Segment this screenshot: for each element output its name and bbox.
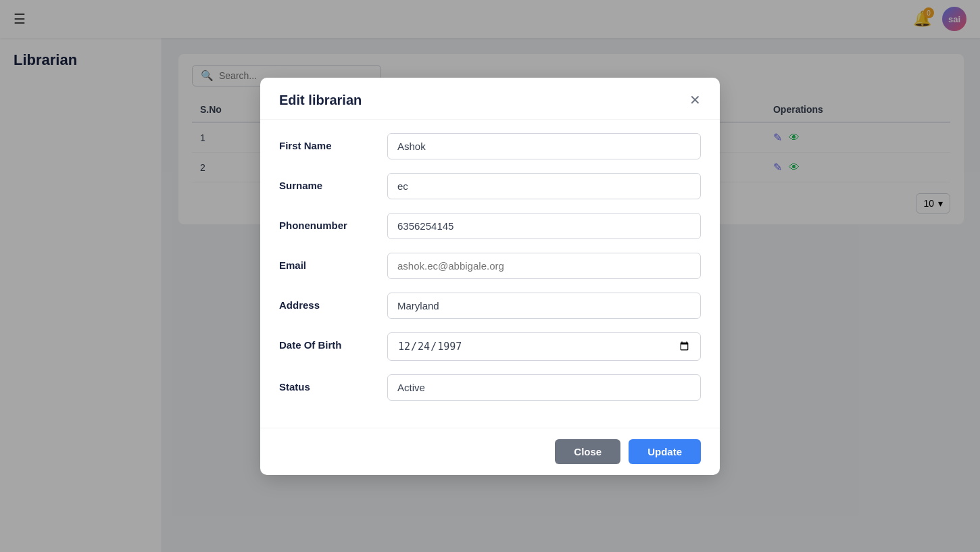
first-name-row: First Name bbox=[279, 133, 701, 159]
close-button[interactable]: Close bbox=[555, 439, 620, 464]
modal-title: Edit librarian bbox=[279, 93, 362, 108]
surname-row: Surname bbox=[279, 173, 701, 199]
surname-label: Surname bbox=[279, 173, 374, 191]
phone-input[interactable] bbox=[387, 213, 701, 239]
status-label: Status bbox=[279, 374, 374, 393]
first-name-label: First Name bbox=[279, 133, 374, 151]
modal-footer: Close Update bbox=[260, 428, 720, 475]
modal-header: Edit librarian ✕ bbox=[260, 78, 720, 120]
surname-input[interactable] bbox=[387, 173, 701, 199]
edit-librarian-modal: Edit librarian ✕ First Name Surname Phon… bbox=[260, 78, 720, 475]
first-name-input[interactable] bbox=[387, 133, 701, 159]
email-row: Email bbox=[279, 253, 701, 279]
phone-row: Phonenumber bbox=[279, 213, 701, 239]
status-input[interactable] bbox=[387, 374, 701, 401]
modal-overlay: Edit librarian ✕ First Name Surname Phon… bbox=[0, 0, 980, 552]
dob-input[interactable] bbox=[387, 332, 701, 361]
address-input[interactable] bbox=[387, 293, 701, 319]
email-input[interactable] bbox=[387, 253, 701, 279]
email-label: Email bbox=[279, 253, 374, 271]
dob-row: Date Of Birth bbox=[279, 332, 701, 361]
address-label: Address bbox=[279, 293, 374, 311]
update-button[interactable]: Update bbox=[629, 439, 701, 464]
modal-close-x-button[interactable]: ✕ bbox=[689, 93, 701, 107]
status-row: Status bbox=[279, 374, 701, 401]
modal-body: First Name Surname Phonenumber Email Add… bbox=[260, 120, 720, 428]
address-row: Address bbox=[279, 293, 701, 319]
phone-label: Phonenumber bbox=[279, 213, 374, 231]
dob-label: Date Of Birth bbox=[279, 332, 374, 351]
